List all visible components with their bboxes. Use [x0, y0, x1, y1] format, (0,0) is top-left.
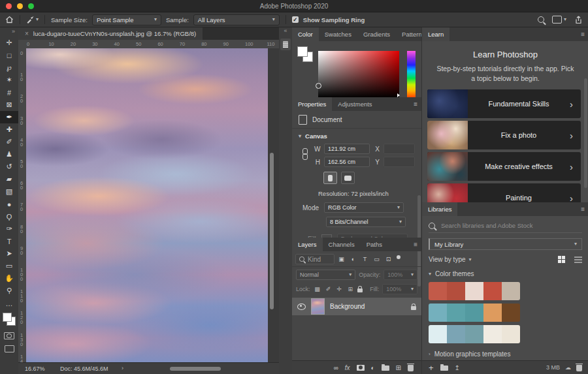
- show-sampling-ring-checkbox[interactable]: ✓: [292, 16, 299, 23]
- tab-channels[interactable]: Channels: [323, 238, 361, 251]
- eyedropper-tool[interactable]: ✒: [0, 111, 18, 123]
- color-swatch[interactable]: [447, 282, 465, 300]
- home-icon[interactable]: [5, 16, 14, 23]
- learn-card-painting[interactable]: Painting ›: [427, 183, 581, 202]
- add-element-icon[interactable]: +: [429, 364, 434, 372]
- lasso-tool[interactable]: ℘: [0, 61, 18, 74]
- color-swatch[interactable]: [465, 304, 483, 322]
- layer-visibility-icon[interactable]: [297, 304, 306, 310]
- new-group-icon[interactable]: [382, 366, 389, 371]
- upload-icon[interactable]: ↥: [455, 364, 460, 371]
- zoom-level[interactable]: 16.67%: [25, 366, 45, 372]
- brush-tool[interactable]: ✐: [0, 136, 18, 148]
- tab-color[interactable]: Color: [292, 27, 319, 41]
- delete-layer-icon[interactable]: [408, 365, 414, 371]
- panel-menu-icon[interactable]: ≡: [410, 101, 421, 108]
- filter-toggle[interactable]: [397, 255, 400, 259]
- lock-position-icon[interactable]: ✛: [335, 286, 343, 292]
- color-theme-row[interactable]: [429, 304, 520, 322]
- panel-menu-icon[interactable]: ≡: [577, 206, 588, 213]
- status-menu-icon[interactable]: ›: [122, 365, 123, 371]
- dodge-tool[interactable]: Ϙ: [0, 210, 18, 223]
- canvas-section-header[interactable]: ▾ Canvas: [292, 129, 421, 141]
- color-swatch[interactable]: [465, 325, 483, 343]
- foreground-color-swatch[interactable]: [3, 313, 12, 322]
- new-layer-icon[interactable]: ⊞: [396, 364, 401, 371]
- list-view-icon[interactable]: [574, 257, 582, 263]
- object-selection-tool[interactable]: ✶: [0, 74, 18, 86]
- color-swatch[interactable]: [447, 325, 465, 343]
- filter-pixel-layers-icon[interactable]: ▣: [336, 255, 346, 264]
- color-swatch[interactable]: [429, 304, 447, 322]
- search-icon[interactable]: [538, 16, 544, 23]
- quick-mask-button[interactable]: [4, 332, 14, 339]
- color-selection-ring[interactable]: [316, 83, 321, 89]
- color-themes-header[interactable]: ▾ Color themes: [429, 270, 582, 277]
- horizontal-scrollbar-thumb[interactable]: [170, 367, 221, 371]
- layer-effects-icon[interactable]: fx: [345, 364, 350, 371]
- eyedropper-tool-icon[interactable]: ▾: [26, 16, 39, 23]
- color-swatch[interactable]: [447, 304, 465, 322]
- share-icon[interactable]: [574, 16, 583, 24]
- grid-view-icon[interactable]: [558, 256, 565, 263]
- layer-lock-icon[interactable]: [411, 306, 416, 310]
- type-tool[interactable]: T: [0, 235, 18, 247]
- eraser-tool[interactable]: ▰: [0, 173, 18, 185]
- hand-tool[interactable]: ✋: [0, 272, 18, 285]
- document-tab[interactable]: × luca-dugaro-tuueCVnYN0s-unsplash.jpg @…: [18, 27, 203, 40]
- new-library-icon[interactable]: [440, 366, 448, 371]
- color-swatch[interactable]: [483, 282, 502, 300]
- blur-tool[interactable]: ●: [0, 198, 18, 210]
- clone-stamp-tool[interactable]: ♟: [0, 148, 18, 161]
- portrait-orientation-button[interactable]: [323, 172, 337, 184]
- marquee-tool[interactable]: □: [0, 49, 18, 61]
- collapse-tools-icon[interactable]: »: [0, 27, 18, 37]
- link-dimensions-icon[interactable]: [302, 148, 307, 160]
- tab-layers[interactable]: Layers: [292, 238, 323, 251]
- close-window-button[interactable]: [6, 3, 12, 9]
- tab-learn[interactable]: Learn: [422, 27, 449, 41]
- history-panel-button[interactable]: [280, 39, 291, 50]
- color-swatch[interactable]: [483, 304, 502, 322]
- layer-thumbnail[interactable]: [311, 298, 325, 315]
- panel-menu-icon[interactable]: ≡: [577, 31, 588, 38]
- libraries-search-input[interactable]: [440, 221, 573, 230]
- tab-libraries[interactable]: Libraries: [422, 202, 457, 216]
- color-theme-row[interactable]: [429, 282, 520, 300]
- color-swatch[interactable]: [502, 282, 520, 300]
- zoom-window-button[interactable]: [28, 3, 34, 9]
- filter-shape-layers-icon[interactable]: ▭: [372, 255, 382, 264]
- filter-type-layers-icon[interactable]: T: [360, 255, 370, 264]
- panel-menu-icon[interactable]: ≡: [410, 241, 421, 248]
- close-document-icon[interactable]: ×: [25, 30, 29, 37]
- foreground-color-swatch[interactable]: [297, 46, 308, 57]
- history-brush-tool[interactable]: ↺: [0, 161, 18, 173]
- delete-item-icon[interactable]: [576, 365, 582, 371]
- tab-gradients[interactable]: Gradients: [357, 27, 396, 41]
- color-swatch[interactable]: [502, 304, 520, 322]
- layer-row-background[interactable]: Background: [292, 298, 421, 315]
- zoom-tool[interactable]: ⚲: [0, 285, 18, 297]
- blend-mode-dropdown[interactable]: Normal ▾: [296, 270, 355, 280]
- canvas-image[interactable]: [26, 48, 268, 363]
- screen-mode-toggle[interactable]: [5, 345, 14, 352]
- pen-tool[interactable]: ✑: [0, 223, 18, 235]
- color-swatch-pair[interactable]: [297, 46, 313, 62]
- shape-tool[interactable]: ▭: [0, 260, 18, 272]
- add-layer-mask-icon[interactable]: [357, 365, 365, 371]
- sample-dropdown[interactable]: All Layers ▾: [193, 14, 280, 25]
- expand-panels-icon[interactable]: «: [279, 27, 292, 35]
- color-swatch[interactable]: [429, 282, 447, 300]
- bit-depth-dropdown[interactable]: 8 Bits/Channel ▾: [326, 217, 406, 227]
- link-layers-icon[interactable]: ∞: [334, 364, 338, 371]
- learn-card-fix-a-photo[interactable]: Fix a photo ›: [427, 121, 581, 149]
- healing-brush-tool[interactable]: ✚: [0, 123, 18, 136]
- tab-adjustments[interactable]: Adjustments: [332, 97, 378, 111]
- library-dropdown[interactable]: My Library ▾: [429, 238, 582, 250]
- filter-adjustment-layers-icon[interactable]: ◐: [348, 255, 358, 264]
- new-adjustment-layer-icon[interactable]: ◐: [371, 364, 375, 371]
- layer-name[interactable]: Background: [330, 303, 406, 310]
- learn-card-fundamental-skills[interactable]: Fundamental Skills ›: [427, 89, 581, 118]
- color-swatch[interactable]: [483, 325, 502, 343]
- motion-templates-header[interactable]: › Motion graphics templates: [429, 351, 582, 358]
